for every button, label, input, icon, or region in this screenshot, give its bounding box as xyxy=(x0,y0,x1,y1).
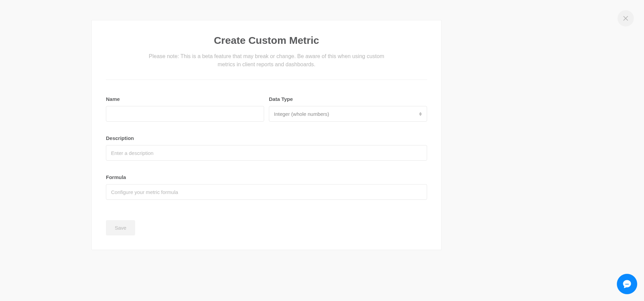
name-label: Name xyxy=(106,96,264,102)
description-label: Description xyxy=(106,135,427,141)
modal-note: Please note: This is a beta feature that… xyxy=(144,52,389,69)
name-group: Name xyxy=(106,96,264,122)
divider xyxy=(106,79,427,80)
data-type-selected-value: Integer (whole numbers) xyxy=(274,111,329,117)
create-custom-metric-modal: Create Custom Metric Please note: This i… xyxy=(91,20,442,250)
chat-widget-button[interactable] xyxy=(617,274,637,294)
formula-label: Formula xyxy=(106,174,427,180)
select-arrows-icon xyxy=(419,112,422,116)
data-type-group: Data Type Integer (whole numbers) xyxy=(269,96,427,122)
svg-marker-3 xyxy=(419,114,422,116)
data-type-label: Data Type xyxy=(269,96,427,102)
svg-marker-2 xyxy=(419,112,422,114)
formula-input[interactable] xyxy=(106,184,427,200)
chat-icon xyxy=(622,279,632,289)
formula-group: Formula xyxy=(106,174,427,200)
close-button[interactable] xyxy=(618,10,634,26)
modal-title: Create Custom Metric xyxy=(106,35,427,46)
description-input[interactable] xyxy=(106,145,427,161)
save-button[interactable]: Save xyxy=(106,220,135,235)
data-type-select[interactable]: Integer (whole numbers) xyxy=(269,106,427,122)
description-group: Description xyxy=(106,135,427,161)
close-icon xyxy=(622,15,629,22)
name-input[interactable] xyxy=(106,106,264,122)
